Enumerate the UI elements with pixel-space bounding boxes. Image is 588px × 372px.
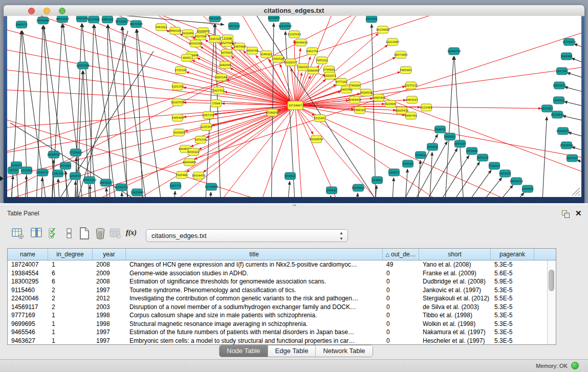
network-node[interactable]: 9527504 xyxy=(221,39,233,47)
network-node[interactable]: 746266 xyxy=(350,82,361,89)
network-node[interactable]: 2087682 xyxy=(365,16,377,23)
network-canvas[interactable]: 2405572206914061065325719431041527602846… xyxy=(7,16,581,197)
network-node[interactable]: 10648784 xyxy=(447,48,461,55)
network-node[interactable]: 20206596 xyxy=(47,151,61,158)
network-node[interactable]: 1515457 xyxy=(314,115,325,122)
network-node[interactable]: 2935114 xyxy=(476,154,489,161)
network-node[interactable]: 5878334 xyxy=(194,136,207,143)
network-node[interactable]: 124813 xyxy=(389,169,400,176)
network-node[interactable]: 15716485 xyxy=(205,183,219,190)
network-node[interactable]: 7486322 xyxy=(354,106,365,114)
network-node[interactable]: 16210643 xyxy=(551,111,564,118)
network-node[interactable]: 18640910 xyxy=(294,39,308,46)
network-node[interactable]: 185013 xyxy=(11,162,22,169)
network-node[interactable]: 3624554 xyxy=(360,89,372,96)
network-node[interactable]: 9975887 xyxy=(59,162,71,169)
network-node[interactable]: 1250515 xyxy=(69,172,81,180)
network-node[interactable]: 12093872 xyxy=(553,82,567,89)
resize-grip[interactable] xyxy=(570,187,580,196)
window-titlebar[interactable]: citations_edges.txt xyxy=(4,5,584,16)
table-row[interactable]: 1938455462009Genome-wide association stu… xyxy=(8,269,556,278)
network-node[interactable]: 674612 xyxy=(285,172,296,180)
network-node[interactable]: 15892971 xyxy=(556,127,570,135)
network-node[interactable]: 7463822 xyxy=(155,24,167,31)
network-node[interactable]: 1235355 xyxy=(200,123,212,130)
network-node[interactable]: 6961758 xyxy=(306,48,318,55)
network-node[interactable]: 11923446 xyxy=(130,189,144,196)
network-node[interactable]: 10653257 xyxy=(56,16,70,23)
table-row[interactable]: 946554611997Estimation of the future num… xyxy=(8,328,556,337)
network-node[interactable]: 5938222 xyxy=(187,148,199,156)
network-node[interactable]: 18724007 xyxy=(288,101,303,110)
network-node[interactable]: 9245652 xyxy=(521,185,533,192)
network-node[interactable]: 9474444 xyxy=(466,147,478,155)
network-node[interactable]: 2967608 xyxy=(233,43,245,50)
network-node[interactable]: 544871 xyxy=(435,126,446,133)
network-node[interactable]: 15751074 xyxy=(562,38,576,46)
network-node[interactable]: 16543382 xyxy=(189,40,203,47)
network-node[interactable]: 9227343 xyxy=(556,68,568,75)
network-node[interactable]: 8427552 xyxy=(212,87,224,94)
network-node[interactable]: 621604 xyxy=(385,100,396,107)
network-node[interactable]: 10654112 xyxy=(510,178,524,185)
network-node[interactable]: 17359928 xyxy=(69,149,83,156)
network-node[interactable]: 12975115 xyxy=(404,82,418,89)
network-node[interactable]: 16914479 xyxy=(192,172,206,179)
network-node[interactable]: 8660128 xyxy=(169,27,181,34)
tab-edge-table[interactable]: Edge Table xyxy=(268,345,316,357)
network-node[interactable]: 5875685 xyxy=(221,49,232,56)
network-node[interactable]: 9777169 xyxy=(335,78,347,85)
close-panel-icon[interactable]: ✕ xyxy=(575,209,582,218)
network-node[interactable]: 19384554 xyxy=(310,136,323,143)
network-node[interactable]: 8912954 xyxy=(182,30,194,37)
network-node[interactable]: 2718126 xyxy=(175,67,186,74)
network-node[interactable]: 8813054 xyxy=(268,16,280,21)
network-node[interactable]: 9857771 xyxy=(169,182,181,189)
network-node[interactable]: 10958107 xyxy=(99,179,113,186)
network-node[interactable]: 6495769 xyxy=(405,112,417,119)
network-node[interactable]: 158812 xyxy=(416,151,426,159)
float-panel-icon[interactable] xyxy=(562,210,570,217)
network-node[interactable]: 18300295 xyxy=(266,109,279,116)
network-node[interactable]: 3929966 xyxy=(560,53,572,60)
divider-handle-icon[interactable] xyxy=(292,204,297,206)
table-row[interactable]: 911546021997Tourette syndrome. Phenomeno… xyxy=(8,286,556,295)
network-node[interactable]: 9242848 xyxy=(219,61,231,69)
delete-button[interactable] xyxy=(94,227,107,240)
tab-node-table[interactable]: Node Table xyxy=(220,345,268,357)
network-node[interactable]: 109452 xyxy=(427,143,438,150)
network-node[interactable]: 18220377 xyxy=(284,59,298,66)
network-node[interactable]: 10954022 xyxy=(352,184,365,191)
network-node[interactable]: 154852 xyxy=(372,177,383,184)
network-node[interactable]: 12213967 xyxy=(386,38,400,46)
network-node[interactable]: 1588520 xyxy=(272,55,284,62)
table-settings-button[interactable] xyxy=(11,227,25,240)
table-row[interactable]: 1456911722003Disruption of a novel membe… xyxy=(8,303,556,312)
network-node[interactable]: 16033839 xyxy=(208,16,222,22)
table-row[interactable]: 969969511998Structural magnetic resonanc… xyxy=(8,320,556,329)
network-node[interactable]: 20053346 xyxy=(76,62,90,69)
column-header-year[interactable]: year xyxy=(93,249,126,260)
vertical-scrollbar[interactable] xyxy=(547,260,556,344)
network-node[interactable]: 1221336 xyxy=(171,83,183,90)
network-node[interactable]: 8454749 xyxy=(246,47,258,54)
network-node[interactable]: 98961 xyxy=(182,54,192,61)
network-node[interactable]: 10973493 xyxy=(394,51,408,58)
network-node[interactable]: 1985498 xyxy=(171,114,183,121)
column-header-short[interactable]: short xyxy=(419,249,491,260)
network-node[interactable]: 1115682 xyxy=(20,167,32,174)
network-node[interactable]: 1821072 xyxy=(324,72,336,79)
table-row[interactable]: 1830029562008Estimation of significance … xyxy=(8,277,556,286)
network-node[interactable]: 9527506 xyxy=(194,33,206,40)
network-node[interactable]: 245032 xyxy=(326,187,337,194)
create-new-button[interactable] xyxy=(78,227,91,240)
table-row[interactable]: 977716911998Corpus callosum shape and si… xyxy=(8,311,556,320)
column-chooser-button[interactable] xyxy=(30,227,43,240)
network-node[interactable]: 7832621 xyxy=(488,162,500,169)
network-node[interactable]: 16782759 xyxy=(115,184,128,191)
column-header-name[interactable]: name xyxy=(8,249,48,260)
network-node[interactable]: 17004 xyxy=(211,100,222,107)
network-node[interactable]: 1990448 xyxy=(307,67,319,74)
network-node[interactable]: 17957253 xyxy=(83,177,97,184)
network-node[interactable]: 6479197 xyxy=(454,140,466,147)
